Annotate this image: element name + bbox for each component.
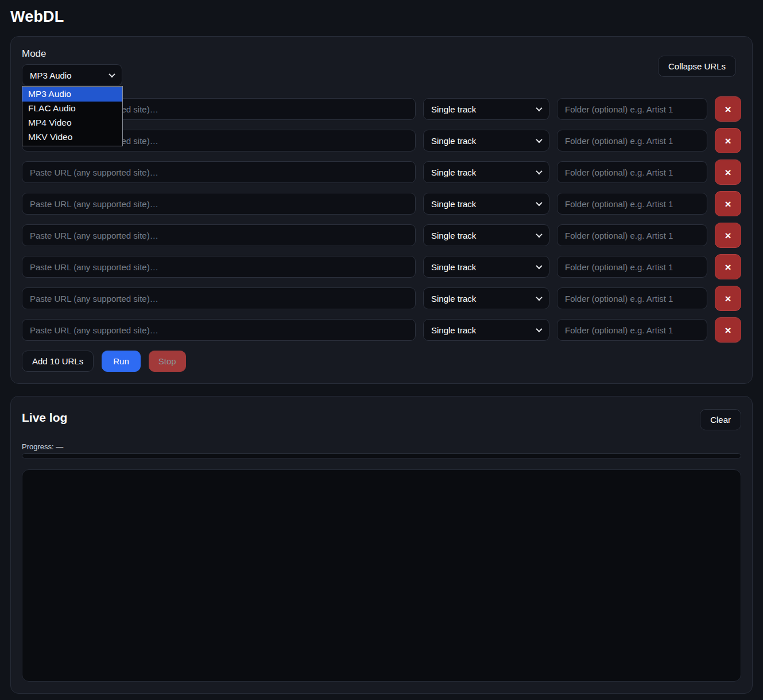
remove-row-button[interactable]: × [715,160,741,185]
track-type-select[interactable]: Single track [423,98,549,120]
track-type-select[interactable]: Single track [423,287,549,309]
url-input[interactable] [22,319,416,341]
remove-row-button[interactable]: × [715,191,741,216]
dropdown-option-mp3-audio[interactable]: MP3 Audio [22,87,122,102]
url-row: Single track × [22,160,741,181]
url-row: Single track × [22,96,741,118]
url-row: Single track × [22,254,741,276]
url-input[interactable] [22,161,416,183]
track-type-select[interactable]: Single track [423,193,549,215]
track-type-select[interactable]: Single track [423,130,549,151]
track-type-value: Single track [431,262,476,272]
mode-row: MP3 Audio [22,64,741,86]
remove-row-button[interactable]: × [715,96,741,122]
actions-row: Add 10 URLs Run Stop [22,351,741,372]
mode-select-value: MP3 Audio [30,71,72,80]
folder-input[interactable] [557,98,707,120]
folder-input[interactable] [557,224,707,246]
chevron-down-icon [536,200,542,206]
chevron-down-icon [536,326,542,332]
run-button[interactable]: Run [102,351,141,372]
track-type-value: Single track [431,136,476,146]
track-type-select[interactable]: Single track [423,161,549,183]
dropdown-option-mkv-video[interactable]: MKV Video [22,130,122,145]
folder-input[interactable] [557,319,707,341]
track-type-value: Single track [431,199,476,209]
progress-label: Progress: — [22,442,741,451]
chevron-down-icon [536,168,542,174]
log-output [22,469,741,682]
collapse-urls-button[interactable]: Collapse URLs [658,56,736,77]
log-card: Live log Clear Progress: — [10,396,753,694]
url-row: Single track × [22,286,741,308]
url-row: Single track × [22,191,741,213]
dropdown-option-flac-audio[interactable]: FLAC Audio [22,102,122,116]
remove-row-button[interactable]: × [715,128,741,153]
urls-card: Mode MP3 Audio Collapse URLs MP3 Audio F… [10,36,753,384]
url-input[interactable] [22,193,416,215]
chevron-down-icon [536,231,542,238]
chevron-down-icon [109,71,115,77]
folder-input[interactable] [557,256,707,278]
track-type-select[interactable]: Single track [423,256,549,278]
track-type-value: Single track [431,168,476,177]
add-urls-button[interactable]: Add 10 URLs [22,351,94,372]
chevron-down-icon [536,105,542,111]
folder-input[interactable] [557,287,707,309]
mode-select[interactable]: MP3 Audio [22,64,122,86]
track-type-value: Single track [431,294,476,304]
mode-dropdown: MP3 Audio FLAC Audio MP4 Video MKV Video [22,86,123,146]
chevron-down-icon [536,263,542,269]
url-row: Single track × [22,223,741,244]
url-input[interactable] [22,256,416,278]
dropdown-option-mp4-video[interactable]: MP4 Video [22,116,122,130]
track-type-value: Single track [431,104,476,114]
chevron-down-icon [536,294,542,301]
remove-row-button[interactable]: × [715,254,741,279]
track-type-select[interactable]: Single track [423,319,549,341]
track-type-select[interactable]: Single track [423,224,549,246]
log-header: Live log Clear [22,411,741,430]
remove-row-button[interactable]: × [715,317,741,343]
stop-button[interactable]: Stop [149,351,186,372]
url-row: Single track × [22,128,741,150]
page-title: WebDL [10,8,753,26]
progress-bar [22,453,741,458]
log-title: Live log [22,411,67,425]
remove-row-button[interactable]: × [715,223,741,248]
mode-label: Mode [22,48,741,60]
url-input[interactable] [22,287,416,309]
remove-row-button[interactable]: × [715,286,741,311]
folder-input[interactable] [557,130,707,151]
folder-input[interactable] [557,161,707,183]
track-type-value: Single track [431,325,476,335]
track-type-value: Single track [431,231,476,240]
chevron-down-icon [536,137,542,143]
folder-input[interactable] [557,193,707,215]
url-row: Single track × [22,317,741,339]
url-rows: Single track × Single track × Single tra… [22,96,741,339]
url-input[interactable] [22,224,416,246]
clear-log-button[interactable]: Clear [700,409,741,430]
